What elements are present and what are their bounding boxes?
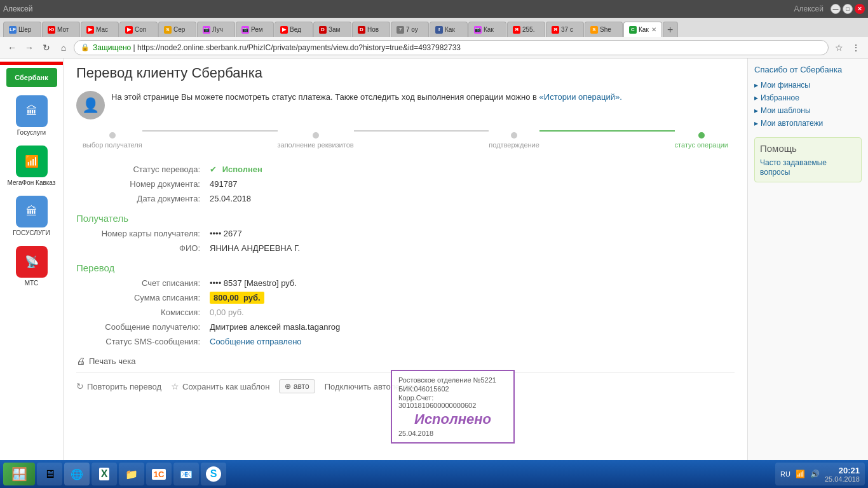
repeat-transfer-button[interactable]: ↻ Повторить перевод: [76, 381, 161, 391]
tab-mac[interactable]: ▶Мас: [81, 22, 119, 37]
sber-logo-text: Сбербанк: [15, 74, 48, 81]
docdate-row: Дата документа: 25.04.2018: [76, 194, 735, 203]
sms-value: Сообщение отправлено: [210, 337, 302, 346]
right-sidebar: Спасибо от Сбербанка Мои финансы Избранн…: [747, 58, 868, 460]
tab-lf[interactable]: LFШер: [3, 22, 41, 37]
commission-row: Комиссия: 0,00 руб.: [76, 308, 735, 317]
link-auto-payments[interactable]: Мои автоплатежи: [754, 119, 862, 128]
sidebar-item-gosuslugi1[interactable]: 🏛 Госуслуги: [3, 92, 60, 139]
stamp-bik: БИК:046015602: [398, 385, 507, 393]
info-banner: 👤 На этой странице Вы можете посмотреть …: [76, 91, 735, 119]
gosuslugi2-label: ГОСУСЛУГИ: [13, 229, 50, 236]
link-favorites[interactable]: Избранное: [754, 93, 862, 102]
step-4-label: статус операции: [675, 141, 728, 149]
account-label: Счет списания:: [76, 278, 210, 288]
sidebar-item-gosuslugi2[interactable]: 🏛 ГОСУСЛУГИ: [3, 193, 60, 240]
mts-label: МТС: [25, 280, 39, 287]
card-number-value: •••• 2677: [210, 229, 242, 238]
save-template-button[interactable]: ☆ Сохранить как шаблон: [171, 381, 269, 391]
taskbar-1c[interactable]: 1С: [146, 463, 172, 485]
system-tray: RU 📶 🔊 20:21 25.04.2018: [775, 463, 865, 485]
sidebar-item-megafon[interactable]: 📶 МегаФон Кавказ: [3, 142, 60, 189]
maximize-button[interactable]: □: [843, 4, 853, 14]
print-row[interactable]: 🖨 Печать чека: [76, 356, 735, 366]
tab-mot[interactable]: ЮМот: [42, 22, 80, 37]
step-2: заполнение реквизитов: [278, 132, 354, 149]
start-button[interactable]: 🪟: [3, 463, 35, 485]
tab-she[interactable]: SShe: [585, 22, 623, 37]
tab-kak-active[interactable]: СКак✕: [623, 22, 662, 37]
commission-value: 0,00 руб.: [210, 308, 244, 317]
step-3: подтверждение: [489, 132, 539, 149]
link-my-templates[interactable]: Мои шаблоны: [754, 106, 862, 115]
recipient-section-title: Получатель: [76, 213, 735, 224]
link-my-finances[interactable]: Мои финансы: [754, 81, 862, 90]
close-button[interactable]: ✕: [855, 4, 865, 14]
taskbar: 🪟 🖥 🌐 X 📁 1С 📧 S RU 📶 🔊 20:21 25.04.2018: [0, 460, 868, 488]
sidebar-item-mts[interactable]: 📡 МТС: [3, 243, 60, 290]
tab-con[interactable]: ▶Con: [119, 22, 158, 37]
tray-clock: 20:21 25.04.2018: [825, 466, 860, 483]
tab-rem[interactable]: 📷Рем: [236, 22, 274, 37]
star-icon: ☆: [171, 381, 179, 391]
account-value: •••• 8537 [Maestro] руб.: [210, 278, 297, 288]
step-line-2: [354, 130, 489, 132]
docnum-row: Номер документа: 491787: [76, 179, 735, 189]
tab-7ou[interactable]: 77 оу: [391, 22, 429, 37]
taskbar-excel[interactable]: X: [92, 463, 117, 485]
stamp-date: 25.04.2018: [398, 430, 507, 437]
bookmark-button[interactable]: ☆: [832, 41, 846, 55]
help-title: Помощь: [760, 143, 856, 154]
taskbar-chrome[interactable]: 🌐: [64, 463, 90, 485]
taskbar-skype[interactable]: S: [201, 463, 226, 485]
transfer-section-title: Перевод: [76, 262, 735, 273]
gosuslugi1-label: Госуслуги: [17, 129, 46, 136]
reload-button[interactable]: ↻: [39, 41, 53, 55]
tab-ser[interactable]: SСер: [158, 22, 196, 37]
account-row: Счет списания: •••• 8537 [Maestro] руб.: [76, 278, 735, 288]
amount-row: Сумма списания: 800,00 руб.: [76, 293, 735, 302]
url-text: https://node2.online.sberbank.ru/PhizIC/…: [137, 43, 461, 52]
history-link[interactable]: «Истории операций».: [539, 92, 622, 102]
save-template-label: Сохранить как шаблон: [182, 382, 269, 391]
amount-digits: 800,00: [214, 293, 239, 302]
sidebar: Сбербанк 🏛 Госуслуги 📶 МегаФон Кавказ 🏛 …: [0, 58, 64, 460]
auto-icon: ⊕ авто: [285, 382, 309, 391]
address-bar[interactable]: 🔒 Защищено | https://node2.online.sberba…: [74, 40, 829, 55]
menu-button[interactable]: ⋮: [849, 41, 863, 55]
tray-lang: RU: [780, 470, 790, 478]
taskbar-explorer[interactable]: 📁: [119, 463, 144, 485]
forward-button[interactable]: →: [22, 41, 36, 55]
step-line-3: [539, 130, 675, 132]
auto-transfer-badge: ⊕ авто: [279, 379, 315, 393]
tab-37[interactable]: Я37 с: [546, 22, 584, 37]
faq-link[interactable]: Часто задаваемые вопросы: [760, 158, 827, 177]
taskbar-desktop[interactable]: 🖥: [37, 463, 62, 485]
browser-title-label: Алексей: [3, 4, 32, 13]
message-row: Сообщение получателю: Дмитриев алексей m…: [76, 322, 735, 332]
docdate-label: Дата документа:: [76, 194, 210, 203]
megafon-label: МегаФон Кавказ: [8, 179, 56, 186]
step-1-label: выбор получателя: [83, 141, 142, 149]
home-button[interactable]: ⌂: [57, 41, 71, 55]
tab-ved[interactable]: ▶Вед: [275, 22, 313, 37]
back-button[interactable]: ←: [5, 41, 19, 55]
transfer-status-section: Статус перевода: ✔ Исполнен Номер докуме…: [76, 165, 735, 203]
gosuslugi2-icon: 🏛: [16, 196, 48, 227]
help-box: Помощь Часто задаваемые вопросы: [754, 137, 862, 182]
tab-luch[interactable]: 📷Луч: [197, 22, 235, 37]
tab-nov[interactable]: DНов: [352, 22, 390, 37]
sber-logo-button[interactable]: Сбербанк: [6, 68, 57, 87]
tab-new[interactable]: +: [663, 22, 678, 37]
tab-zam[interactable]: DЗам: [313, 22, 351, 37]
tab-kak1[interactable]: fКак: [430, 22, 468, 37]
tab-kak2[interactable]: 📷Как: [468, 22, 506, 37]
message-value: Дмитриев алексей masla.taganrog: [210, 322, 340, 332]
amount-label: Сумма списания:: [76, 293, 210, 302]
taskbar-mail[interactable]: 📧: [173, 463, 199, 485]
minimize-button[interactable]: —: [831, 4, 841, 14]
tab-255[interactable]: Я255.: [507, 22, 545, 37]
status-value: ✔ Исполнен: [210, 165, 262, 174]
fio-label: ФИО:: [76, 243, 210, 253]
receipt-stamp: Ростовское отделение №5221 БИК:046015602…: [391, 370, 515, 444]
